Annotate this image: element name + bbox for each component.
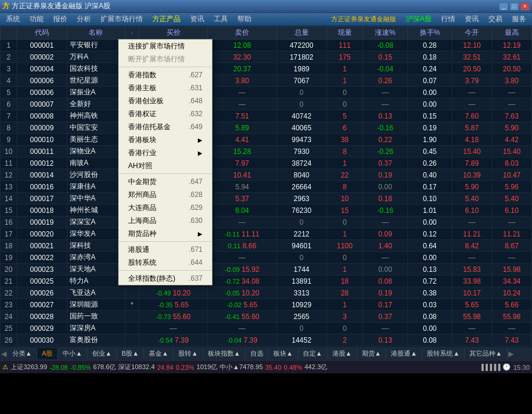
table-row[interactable]: 9 000010 美丽生态 4.40 4.41 99473 38 0.22 1.…: [1, 134, 532, 146]
table-row[interactable]: 12 000014 沙河股份 10.40 10.41 8040 22 0.19 …: [1, 169, 532, 181]
menu-extend-market[interactable]: 扩展市场行情: [96, 13, 148, 25]
minimize-button[interactable]: _: [499, 2, 508, 11]
col-high: 20.50: [492, 63, 532, 75]
tab-watchlist[interactable]: 自选: [246, 348, 269, 359]
table-row[interactable]: 22 000026 飞亚达A -0.49 10.20 -0.05 10.20 3…: [1, 287, 532, 299]
menu-tools[interactable]: 工具: [209, 13, 233, 25]
col-header-dot: ·: [125, 27, 139, 40]
table-row[interactable]: 7 000008 神州高铁 7.50 7.51 40742 5 0.13 0.1…: [1, 110, 532, 122]
table-row[interactable]: 17 000020 深华发A -0.98 11.09 -0.11 11.11 2…: [1, 228, 532, 240]
dropdown-hk-trust[interactable]: 香港信托基金.649: [119, 120, 212, 133]
dropdown-dalian[interactable]: 大连商品.629: [119, 201, 212, 214]
tab-sme[interactable]: 中小▲: [58, 348, 87, 359]
table-row[interactable]: 14 000017 深中华A 5.36 5.37 2963 10 0.18 0.…: [1, 193, 532, 205]
dropdown-shanghai[interactable]: 上海商品.630: [119, 214, 212, 227]
tabs-scroll-left[interactable]: ◀: [0, 350, 8, 358]
tab-futures[interactable]: 期货▲: [357, 348, 387, 359]
tab-a-shares[interactable]: A股: [37, 348, 58, 359]
menu-function[interactable]: 功能: [25, 13, 48, 25]
menu-shenzhen[interactable]: 沪深A股: [401, 13, 436, 25]
table-row[interactable]: 11 000012 南玻A 7.96 7.97 38724 1 0.37 0.2…: [1, 157, 532, 169]
table-row[interactable]: 24 000028 国药一致 -0.73 55.60 -0.41 55.60 2…: [1, 311, 532, 323]
menu-service[interactable]: 服务: [507, 13, 531, 25]
col-name: 深深宝A: [67, 216, 125, 228]
col-name: 深中华A: [67, 193, 125, 205]
dropdown-hk-warrant[interactable]: 香港权证.632: [119, 107, 212, 120]
col-open: 5.87: [452, 122, 492, 134]
col-now: 175: [327, 51, 363, 63]
tab-sector-index[interactable]: 板块指数▲: [203, 348, 246, 359]
col-turnover: 0.00: [407, 216, 452, 228]
tab-gem[interactable]: 创业▲: [87, 348, 117, 359]
maximize-button[interactable]: □: [510, 2, 519, 11]
tab-b-shares[interactable]: B股▲: [117, 348, 144, 359]
table-row[interactable]: 26 000030 富奥股份 -0.54 7.39 -0.04 7.39 144…: [1, 334, 532, 346]
dropdown-hk-sector[interactable]: 香港板块▶: [119, 133, 212, 146]
menu-system[interactable]: 系统: [1, 13, 25, 25]
tab-sector[interactable]: 板块▲: [269, 348, 298, 359]
col-code: 000018: [17, 205, 67, 216]
col-turnover: 1.01: [407, 205, 452, 216]
table-row[interactable]: 8 000009 中国宝安 5.88 5.89 40065 6 -0.16 0.…: [1, 122, 532, 134]
tab-fund[interactable]: 基金▲: [144, 348, 174, 359]
table-row[interactable]: 6 000007 全新好 — — 0 0 — 0.00 — —: [1, 98, 532, 110]
table-row[interactable]: 21 000025 特力A * -2.07 34.04 -0.72 34.08 …: [1, 275, 532, 287]
menu-fangzheng-product[interactable]: 方正产品: [148, 13, 185, 25]
table-row[interactable]: 25 000029 深深房A — — 0 0 — 0.00 — —: [1, 323, 532, 334]
col-code: 000021: [17, 240, 67, 252]
menu-news2[interactable]: 资讯: [460, 13, 484, 25]
dropdown-hk-industry[interactable]: 香港行业▶: [119, 146, 212, 159]
dropdown-hk-index[interactable]: 香港指数.627: [119, 68, 212, 81]
table-row[interactable]: 3 000004 国农科技 20.36 20.37 1989 1 -0.04 0…: [1, 63, 532, 75]
dropdown-zhengzhou[interactable]: 郑州商品.628: [119, 188, 212, 201]
dropdown-hk-gem[interactable]: 香港创业板.648: [119, 94, 212, 107]
table-row[interactable]: 20 000023 深天地A -0.56 15.92 -0.09 15.92 1…: [1, 264, 532, 275]
col-code: 000004: [17, 63, 67, 75]
dropdown-futures-varieties[interactable]: 期货品种▶: [119, 227, 212, 240]
col-now: 1: [327, 228, 363, 240]
col-total: 7930: [276, 146, 327, 157]
tab-custom[interactable]: 自定▲: [298, 348, 328, 359]
table-row[interactable]: 13 000016 深康佳A 5.93 5.94 26664 8 0.00 0.…: [1, 181, 532, 193]
status-clock-icon: 🕐: [502, 363, 511, 371]
table-row[interactable]: 10 000011 深物业A 15.27 15.28 7930 8 -0.26 …: [1, 146, 532, 157]
dropdown-ah[interactable]: AH对照: [119, 159, 212, 172]
dropdown-connect[interactable]: 连接扩展市场行情: [119, 40, 212, 52]
table-row[interactable]: 15 000018 神州长城 6.03 6.04 76230 15 -0.16 …: [1, 205, 532, 216]
dropdown-hk-stock-connect[interactable]: 港股通.671: [119, 243, 212, 256]
dropdown-cjf[interactable]: 中金期货.647: [119, 175, 212, 188]
tab-other[interactable]: 其它品种▲: [465, 348, 507, 359]
menu-help[interactable]: 帮助: [233, 13, 256, 25]
table-row[interactable]: 23 000027 深圳能源 * -0.35 5.65 -0.02 5.65 1…: [1, 299, 532, 311]
table-row[interactable]: 1 000001 平安银行 12.07 12.08 472200 111 -0.…: [1, 40, 532, 51]
tab-hk-connect[interactable]: 港股通▲: [386, 348, 422, 359]
col-name: 国农科技: [67, 63, 125, 75]
menu-brand[interactable]: 方正证券泉友通金融版: [327, 14, 401, 25]
title-bar-controls[interactable]: _ □ ×: [499, 2, 530, 11]
menu-analysis[interactable]: 分析: [72, 13, 96, 25]
tab-neeq[interactable]: 股转▲: [174, 348, 203, 359]
menu-quote[interactable]: 报价: [48, 13, 72, 25]
col-total: 0: [276, 252, 327, 264]
table-row[interactable]: 16 000019 深深宝A — — 0 0 — 0.00 — —: [1, 216, 532, 228]
col-total: 13891: [276, 275, 327, 287]
tab-classify[interactable]: 分类▲: [8, 348, 37, 359]
tab-hk[interactable]: 港股▲: [328, 348, 357, 359]
table-row[interactable]: 19 000022 深赤湾A * — — 0 0 — 0.00 — —: [1, 252, 532, 264]
menu-hq[interactable]: 行情: [436, 13, 460, 25]
dropdown-global-index[interactable]: 全球指数(静态).637: [119, 272, 212, 285]
table-row[interactable]: 4 000006 世纪星源 3.79 3.80 7067 1 0.26 0.07…: [1, 75, 532, 87]
dropdown-hk-main[interactable]: 香港主板.631: [119, 81, 212, 94]
tab-neeq2[interactable]: 股转系统▲: [422, 348, 465, 359]
table-row[interactable]: 2 000002 万科A 32.28 32.30 171802 175 0.15…: [1, 51, 532, 63]
status-signal-icon: ▐▐▐▐▐: [479, 364, 500, 370]
col-speed: 0.22: [363, 134, 407, 146]
tabs-scroll-right[interactable]: ▶: [507, 350, 515, 358]
col-name: 平安银行: [67, 40, 125, 51]
dropdown-neeq[interactable]: 股转系统.644: [119, 256, 212, 269]
menu-trade[interactable]: 交易: [484, 13, 507, 25]
menu-news[interactable]: 资讯: [185, 13, 209, 25]
table-row[interactable]: 18 000021 深科技 1.29 8.67 0.11 8.66 94601 …: [1, 240, 532, 252]
table-row[interactable]: 5 000006 深振业A — — 0 0 — 0.00 — —: [1, 87, 532, 98]
close-button[interactable]: ×: [520, 2, 530, 11]
